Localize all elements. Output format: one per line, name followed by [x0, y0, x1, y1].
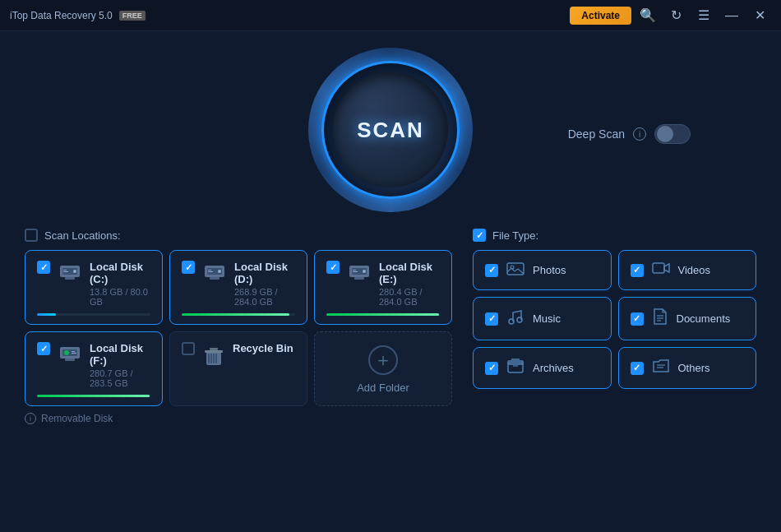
scan-middle-ring: SCAN [321, 61, 460, 199]
svg-point-3 [73, 270, 76, 273]
svg-rect-17 [353, 271, 358, 272]
photos-icon [506, 261, 525, 280]
minimize-button[interactable]: — [720, 4, 743, 27]
recycle-header: Recycle Bin [182, 342, 295, 372]
disk-e-info: Local Disk (E:) 280.4 GB / 284.0 GB [379, 261, 440, 307]
disk-card-c-header: Local Disk (C:) 13.8 GB / 80.0 GB [37, 261, 150, 307]
scan-label: SCAN [357, 118, 424, 143]
svg-point-21 [64, 350, 69, 355]
disk-e-bar-fill [326, 313, 439, 316]
search-icon-button[interactable]: 🔍 [636, 4, 659, 27]
music-label: Music [533, 312, 561, 325]
disk-d-size: 268.9 GB / 284.0 GB [234, 287, 295, 307]
deep-scan-info-icon[interactable]: i [633, 127, 646, 141]
svg-point-15 [363, 270, 366, 273]
disk-grid: Local Disk (C:) 13.8 GB / 80.0 GB [25, 250, 452, 406]
add-folder-card[interactable]: ＋ Add Folder [314, 331, 452, 406]
archives-label: Archives [533, 362, 574, 374]
disk-c-checkbox[interactable] [37, 261, 50, 274]
disk-f-checkbox[interactable] [37, 342, 50, 355]
disk-f-bar-bg [37, 395, 150, 397]
removable-disk-info-icon: i [25, 413, 36, 424]
svg-rect-16 [353, 270, 356, 271]
file-type-grid: Photos Videos [473, 250, 756, 389]
others-checkbox[interactable] [631, 362, 644, 375]
disk-card-d[interactable]: Local Disk (D:) 268.9 GB / 284.0 GB [169, 250, 307, 325]
file-type-others[interactable]: Others [618, 347, 757, 389]
documents-checkbox[interactable] [631, 312, 644, 326]
add-folder-icon: ＋ [368, 345, 398, 375]
disk-c-info: Local Disk (C:) 13.8 GB / 80.0 GB [90, 261, 150, 307]
scan-button[interactable]: SCAN [333, 72, 448, 187]
scan-button-wrap: SCAN [308, 48, 473, 212]
scan-outer-ring: SCAN [308, 48, 473, 212]
photos-checkbox[interactable] [485, 264, 498, 277]
svg-rect-29 [205, 350, 223, 353]
disk-card-e-header: Local Disk (E:) 280.4 GB / 284.0 GB [326, 261, 440, 307]
disk-f-bar-fill [37, 395, 150, 397]
menu-icon-button[interactable]: ☰ [692, 4, 715, 27]
disk-f-size: 280.7 GB / 283.5 GB [90, 368, 150, 388]
file-type-documents[interactable]: Documents [618, 297, 757, 340]
scan-locations-label: Scan Locations: [44, 229, 121, 242]
disk-card-e[interactable]: Local Disk (E:) 280.4 GB / 284.0 GB [314, 250, 452, 325]
others-icon [652, 358, 670, 378]
file-type-header: File Type: [473, 229, 756, 242]
svg-rect-30 [210, 348, 218, 350]
disk-e-bar-bg [326, 313, 440, 316]
recycle-name: Recycle Bin [233, 342, 295, 354]
recycle-checkbox[interactable] [182, 342, 195, 355]
free-badge: FREE [119, 11, 146, 21]
toggle-knob [657, 126, 673, 142]
disk-f-info: Local Disk (F:) 280.7 GB / 283.5 GB [90, 342, 150, 388]
refresh-icon-button[interactable]: ↻ [664, 4, 687, 27]
deep-scan-label: Deep Scan [568, 127, 625, 141]
archives-checkbox[interactable] [485, 362, 498, 375]
file-type-videos[interactable]: Videos [618, 250, 757, 290]
disk-c-bar-fill [37, 313, 56, 316]
archives-icon [506, 358, 525, 378]
svg-point-9 [218, 270, 221, 273]
music-checkbox[interactable] [485, 312, 498, 326]
disk-d-checkbox[interactable] [182, 261, 195, 274]
bottom-section: Scan Locations: [25, 229, 756, 520]
svg-rect-2 [65, 277, 75, 280]
title-controls: Activate 🔍 ↻ ☰ — ✕ [570, 4, 771, 27]
file-type-music[interactable]: Music [473, 297, 612, 340]
scan-locations-header: Scan Locations: [25, 229, 452, 242]
close-button[interactable]: ✕ [748, 4, 771, 27]
disk-f-name: Local Disk (F:) [90, 342, 150, 367]
disk-e-size: 280.4 GB / 284.0 GB [379, 287, 440, 307]
activate-button[interactable]: Activate [570, 7, 631, 25]
add-folder-label: Add Folder [357, 382, 409, 394]
videos-checkbox[interactable] [631, 264, 644, 277]
svg-rect-31 [507, 263, 524, 275]
disk-card-recycle[interactable]: Recycle Bin [169, 331, 307, 406]
scan-locations-checkbox[interactable] [25, 229, 38, 242]
svg-rect-4 [63, 270, 67, 271]
disk-c-name: Local Disk (C:) [90, 261, 150, 285]
disk-d-name: Local Disk (D:) [234, 261, 295, 285]
removable-disk-item[interactable]: i Removable Disk [25, 413, 452, 424]
documents-label: Documents [677, 312, 731, 325]
file-type-photos[interactable]: Photos [473, 250, 612, 290]
svg-rect-26 [210, 354, 212, 363]
disk-card-c[interactable]: Local Disk (C:) 13.8 GB / 80.0 GB [25, 250, 163, 325]
file-types-panel: File Type: Photos [473, 229, 756, 520]
documents-icon [652, 308, 668, 330]
svg-rect-11 [208, 271, 213, 272]
app-title-group: iTop Data Recovery 5.0 FREE [10, 10, 146, 21]
disk-c-size: 13.8 GB / 80.0 GB [90, 287, 150, 307]
deep-scan-toggle[interactable] [654, 124, 691, 144]
disk-e-checkbox[interactable] [326, 261, 340, 274]
svg-rect-28 [215, 354, 217, 363]
disk-card-f[interactable]: Local Disk (F:) 280.7 GB / 283.5 GB [25, 331, 163, 406]
svg-rect-8 [210, 277, 220, 280]
disk-c-bar-bg [37, 313, 150, 316]
videos-icon [652, 261, 670, 280]
svg-rect-5 [63, 271, 68, 272]
music-icon [506, 308, 525, 329]
file-type-checkbox[interactable] [473, 229, 486, 242]
svg-rect-25 [208, 354, 210, 363]
file-type-archives[interactable]: Archives [473, 347, 612, 389]
